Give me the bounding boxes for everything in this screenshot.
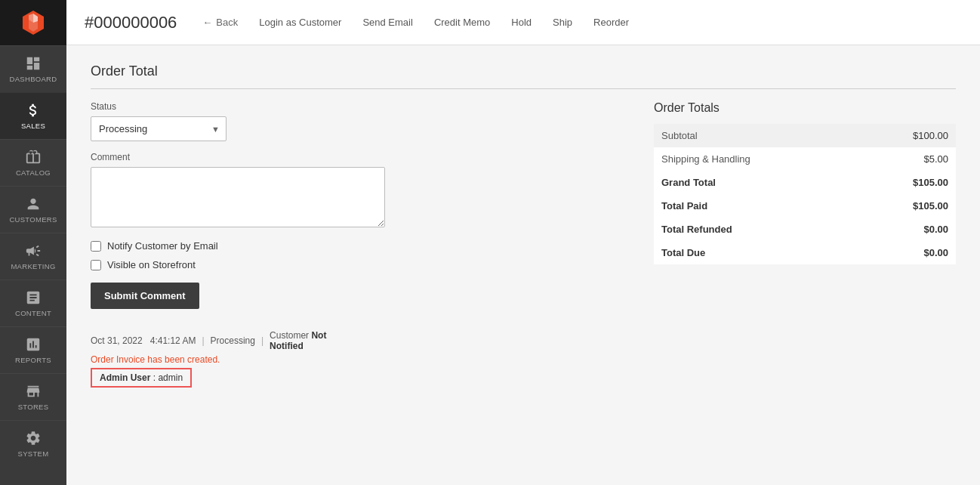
notify-checkbox[interactable] — [91, 241, 101, 252]
totals-amount-5: $0.00 — [857, 241, 956, 264]
history-notified: Customer NotNotified — [270, 330, 326, 351]
totals-amount-2: $105.00 — [857, 171, 956, 194]
sidebar-item-reports-label: REPORTS — [15, 356, 51, 364]
submit-comment-button[interactable]: Submit Comment — [91, 283, 199, 309]
dashboard-icon — [25, 55, 42, 72]
marketing-icon — [25, 242, 42, 259]
sidebar-item-customers[interactable]: CUSTOMERS — [0, 186, 66, 233]
ship-button[interactable]: Ship — [542, 11, 583, 34]
sidebar: DASHBOARD SALES CATALOG CUSTOMERS MARKET… — [0, 0, 66, 485]
magento-logo-icon — [20, 9, 47, 36]
status-select[interactable]: Processing Pending Complete Canceled — [91, 117, 226, 141]
customers-icon — [25, 196, 42, 212]
sidebar-item-catalog[interactable]: CATALOG — [0, 139, 66, 186]
notify-row: Notify Customer by Email — [91, 240, 630, 252]
sidebar-item-sales-label: SALES — [21, 122, 45, 130]
back-arrow-icon: ← — [202, 17, 212, 28]
history-entry: Oct 31, 2022 4:41:12 AM | Processing | C… — [91, 330, 630, 388]
right-panel: Order Totals Subtotal$100.00Shipping & H… — [654, 101, 956, 388]
totals-label-5: Total Due — [654, 241, 857, 264]
sidebar-item-stores[interactable]: STORES — [0, 373, 66, 420]
sales-icon — [25, 102, 42, 119]
page-header: #000000006 ← Back Login as Customer Send… — [66, 0, 980, 45]
send-email-button[interactable]: Send Email — [352, 11, 423, 34]
history-meta: Oct 31, 2022 4:41:12 AM | Processing | C… — [91, 330, 630, 351]
order-id: #000000006 — [85, 13, 177, 32]
sidebar-item-system-label: SYSTEM — [18, 449, 49, 458]
main-area: #000000006 ← Back Login as Customer Send… — [66, 0, 980, 485]
sidebar-item-content[interactable]: CONTENT — [0, 280, 66, 326]
status-label: Status — [91, 101, 630, 112]
reports-icon — [25, 336, 42, 353]
history-status: Processing — [211, 335, 255, 346]
totals-label-0: Subtotal — [654, 124, 857, 147]
left-panel: Status Processing Pending Complete Cance… — [91, 101, 630, 388]
sidebar-logo — [0, 0, 66, 45]
sidebar-item-sales[interactable]: SALES — [0, 92, 66, 139]
sidebar-item-marketing-label: MARKETING — [11, 262, 55, 270]
totals-label-1: Shipping & Handling — [654, 147, 857, 171]
hold-button[interactable]: Hold — [501, 11, 542, 34]
sidebar-item-stores-label: STORES — [18, 403, 49, 411]
sidebar-item-reports[interactable]: REPORTS — [0, 326, 66, 373]
main-content: Order Total Status Processing Pending Co… — [66, 45, 980, 485]
sidebar-item-catalog-label: CATALOG — [16, 168, 51, 177]
history-date: Oct 31, 2022 4:41:12 AM — [91, 335, 196, 346]
comment-row: Comment — [91, 152, 630, 230]
totals-amount-0: $100.00 — [857, 124, 956, 147]
history-invoice: Order Invoice has been created. — [91, 354, 630, 365]
order-totals-table: Subtotal$100.00Shipping & Handling$5.00G… — [654, 124, 956, 264]
notify-label[interactable]: Notify Customer by Email — [107, 240, 218, 252]
sidebar-item-dashboard[interactable]: DASHBOARD — [0, 45, 66, 92]
totals-amount-3: $105.00 — [857, 194, 956, 218]
system-icon — [25, 430, 42, 446]
stores-icon — [25, 383, 42, 400]
reorder-button[interactable]: Reorder — [583, 11, 639, 34]
comment-textarea[interactable] — [91, 167, 385, 227]
sidebar-item-content-label: CONTENT — [15, 309, 51, 317]
status-row: Status Processing Pending Complete Cance… — [91, 101, 630, 141]
content-icon — [25, 289, 42, 306]
totals-label-4: Total Refunded — [654, 218, 857, 241]
history-admin-box: Admin User : admin — [91, 368, 192, 388]
back-button[interactable]: ← Back — [192, 11, 248, 34]
totals-label-2: Grand Total — [654, 171, 857, 194]
sidebar-item-system[interactable]: SYSTEM — [0, 420, 66, 467]
visible-checkbox[interactable] — [91, 260, 101, 270]
section-title: Order Total — [91, 63, 956, 89]
status-select-wrap: Processing Pending Complete Canceled ▼ — [91, 116, 227, 141]
order-totals-title: Order Totals — [654, 101, 956, 115]
credit-memo-button[interactable]: Credit Memo — [424, 11, 501, 34]
visible-label[interactable]: Visible on Storefront — [107, 259, 196, 270]
sidebar-item-marketing[interactable]: MARKETING — [0, 233, 66, 280]
sidebar-item-dashboard-label: DASHBOARD — [10, 75, 57, 83]
totals-label-3: Total Paid — [654, 194, 857, 218]
content-layout: Status Processing Pending Complete Cance… — [91, 101, 956, 388]
visible-row: Visible on Storefront — [91, 259, 630, 270]
totals-amount-4: $0.00 — [857, 218, 956, 241]
catalog-icon — [25, 149, 42, 165]
login-as-customer-button[interactable]: Login as Customer — [248, 11, 352, 34]
totals-amount-1: $5.00 — [857, 147, 956, 171]
sidebar-item-customers-label: CUSTOMERS — [9, 215, 57, 224]
comment-label: Comment — [91, 152, 630, 162]
